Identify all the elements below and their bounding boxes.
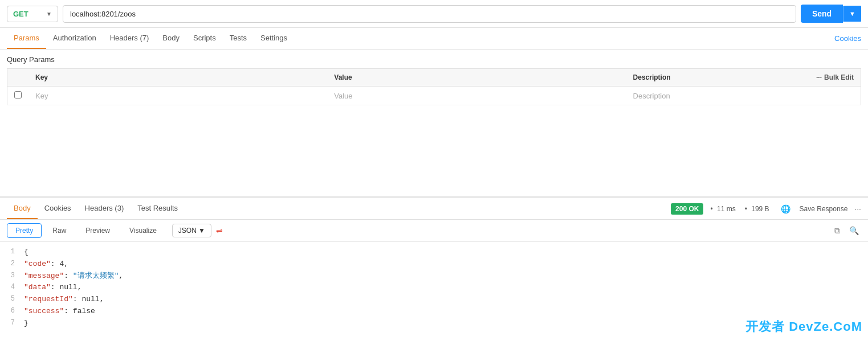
json-key: "data" (24, 283, 51, 291)
query-params-section: Query Params Key Value Description ··· B… (0, 50, 868, 108)
json-line: 1{ (7, 246, 861, 258)
tab-params[interactable]: Params (7, 28, 46, 49)
view-tab-visualize[interactable]: Visualize (121, 223, 165, 238)
json-bool-value: false (73, 307, 95, 315)
json-plain: : (51, 283, 60, 291)
line-number: 2 (7, 258, 24, 270)
col-key: Key (28, 69, 327, 87)
json-line: 5 "requestId": null, (7, 294, 861, 306)
tab-body[interactable]: Body (156, 28, 186, 49)
dot2: • (745, 205, 747, 213)
format-select[interactable]: JSON ▼ (172, 224, 211, 237)
col-value: Value (327, 69, 626, 87)
json-plain: : (73, 295, 82, 303)
tab-settings[interactable]: Settings (254, 28, 294, 49)
json-line: 7} (7, 318, 861, 330)
row-actions-cell (743, 87, 861, 105)
globe-icon[interactable]: 🌐 (779, 203, 793, 215)
row-key-cell[interactable]: Key (28, 87, 327, 105)
line-number: 6 (7, 306, 24, 318)
response-status: 200 OK • 11 ms • 199 B 🌐 Save Response ·… (671, 203, 861, 215)
response-size: • 199 B (745, 205, 772, 213)
response-time: • 11 ms (710, 205, 737, 213)
request-tabs-row: Params Authorization Headers (7) Body Sc… (0, 28, 868, 50)
col-description: Description (626, 69, 743, 87)
line-number: 7 (7, 318, 24, 330)
line-number: 1 (7, 246, 24, 258)
tab-authorization[interactable]: Authorization (46, 28, 103, 49)
tab-headers[interactable]: Headers (7) (103, 28, 156, 49)
method-chevron-icon: ▼ (46, 11, 52, 17)
format-chevron-icon: ▼ (198, 227, 205, 235)
format-label: JSON (178, 227, 197, 235)
filter-icon[interactable]: ⇌ (216, 226, 223, 235)
json-line: 2 "code": 4, (7, 258, 861, 270)
row-value-cell[interactable]: Value (327, 87, 626, 105)
search-icon[interactable]: 🔍 (847, 225, 861, 236)
line-number: 4 (7, 282, 24, 294)
url-input[interactable] (63, 5, 796, 23)
method-select[interactable]: GET ▼ (7, 6, 58, 22)
col-checkbox (7, 69, 29, 87)
row-checkbox[interactable] (14, 91, 22, 98)
params-table: Key Value Description ··· Bulk Edit Key … (7, 68, 861, 105)
more-options-icon[interactable]: ··· (854, 204, 861, 213)
json-plain: : (64, 307, 73, 315)
response-tab-cookies[interactable]: Cookies (38, 198, 78, 219)
json-plain: , (119, 272, 123, 280)
json-line: 3 "message": "请求太频繁", (7, 270, 861, 282)
json-plain: : (64, 272, 73, 280)
dot1: • (710, 205, 712, 213)
json-plain: , (78, 283, 82, 291)
json-body: 1{2 "code": 4,3 "message": "请求太频繁",4 "da… (0, 242, 868, 334)
json-key: "message" (24, 272, 64, 280)
json-key: "success" (24, 307, 64, 315)
view-tab-pretty[interactable]: Pretty (7, 223, 42, 238)
response-tab-body[interactable]: Body (7, 198, 38, 219)
copy-icon[interactable]: ⧉ (832, 225, 842, 237)
view-actions: ⧉ 🔍 (832, 225, 861, 237)
json-brace: { (24, 248, 28, 256)
view-tabs-row: Pretty Raw Preview Visualize JSON ▼ ⇌ ⧉ … (0, 220, 868, 242)
method-label: GET (13, 10, 28, 18)
response-tab-test-results[interactable]: Test Results (131, 198, 185, 219)
bulk-edit-col: ··· Bulk Edit (743, 69, 861, 87)
json-line: 6 "success": false (7, 306, 861, 318)
bulk-edit-icon: ··· (816, 73, 822, 81)
response-tab-headers[interactable]: Headers (3) (78, 198, 131, 219)
send-button-group: Send ▼ (801, 5, 861, 23)
line-number: 3 (7, 270, 24, 282)
row-checkbox-cell (7, 87, 29, 105)
send-button[interactable]: Send (801, 5, 843, 23)
tab-tests[interactable]: Tests (223, 28, 254, 49)
bulk-edit-button[interactable]: ··· Bulk Edit (750, 73, 854, 81)
json-key: "requestId" (24, 295, 73, 303)
json-null-value: null (59, 283, 77, 291)
json-null-value: null (81, 295, 99, 303)
line-number: 5 (7, 294, 24, 306)
bulk-edit-label: Bulk Edit (824, 73, 854, 81)
tab-scripts[interactable]: Scripts (186, 28, 223, 49)
cookies-link[interactable]: Cookies (834, 34, 861, 43)
view-tab-raw[interactable]: Raw (44, 223, 75, 238)
json-plain: : (51, 260, 60, 268)
json-plain: , (100, 295, 104, 303)
status-badge: 200 OK (671, 203, 703, 215)
table-row: Key Value Description (7, 87, 861, 105)
url-bar: GET ▼ Send ▼ (0, 0, 868, 28)
json-line: 4 "data": null, (7, 282, 861, 294)
json-brace: } (24, 319, 28, 327)
json-plain: , (64, 260, 68, 268)
query-params-title: Query Params (7, 55, 861, 64)
json-string-value: "请求太频繁" (73, 272, 119, 280)
json-key: "code" (24, 260, 51, 268)
spacer (0, 108, 868, 196)
response-tabs-row: Body Cookies Headers (3) Test Results 20… (0, 198, 868, 220)
view-tab-preview[interactable]: Preview (77, 223, 119, 238)
row-description-cell[interactable]: Description (626, 87, 743, 105)
send-dropdown-button[interactable]: ▼ (843, 6, 861, 22)
save-response-button[interactable]: Save Response (800, 205, 848, 213)
